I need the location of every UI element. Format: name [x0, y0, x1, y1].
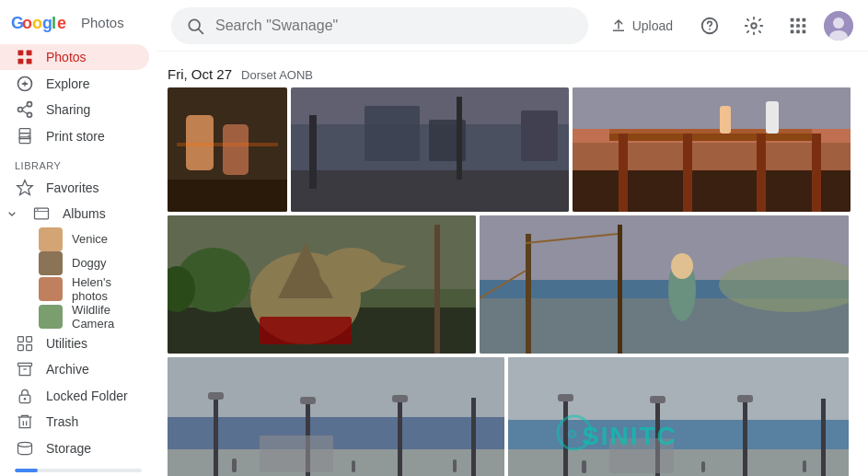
svg-rect-9: [27, 59, 32, 64]
venice-label: Venice: [72, 232, 108, 246]
photo-content: Fri, Oct 27 Dorset AONB: [156, 52, 868, 476]
svg-rect-111: [352, 460, 355, 472]
sidebar-item-albums[interactable]: Albums: [0, 201, 149, 226]
photo-p3[interactable]: [573, 87, 851, 212]
photo-p4-image: [168, 215, 476, 354]
svg-rect-107: [300, 397, 316, 404]
storage-bar-container: [15, 469, 142, 472]
explore-icon: [15, 74, 35, 94]
svg-text:e: e: [57, 14, 66, 32]
location-text: Dorset AONB: [241, 68, 313, 82]
help-button[interactable]: [691, 7, 728, 44]
sidebar-item-archive[interactable]: Archive: [0, 356, 149, 382]
utilities-label: Utilities: [46, 336, 87, 351]
svg-rect-54: [168, 180, 287, 212]
albums-label: Albums: [63, 206, 106, 221]
favorites-label: Favorites: [46, 180, 99, 195]
album-icon: [31, 203, 52, 224]
sidebar-item-explore[interactable]: Explore: [0, 70, 149, 96]
svg-point-33: [18, 442, 32, 447]
photos-label: Photos: [46, 50, 87, 64]
svg-rect-63: [521, 110, 558, 161]
doggy-thumb: [39, 251, 63, 275]
sidebar-item-print-store[interactable]: Print store: [0, 122, 149, 148]
trash-label: Trash: [46, 414, 78, 429]
svg-line-17: [22, 110, 28, 114]
svg-rect-27: [27, 345, 32, 351]
svg-rect-72: [812, 134, 821, 212]
photo-p7-image: SINITC ⚙: [508, 357, 849, 476]
sidebar-item-storage[interactable]: Storage: [0, 435, 149, 461]
sidebar-item-photos[interactable]: Photos: [0, 44, 149, 70]
svg-rect-6: [18, 51, 24, 56]
sidebar-item-sharing[interactable]: Sharing: [0, 97, 149, 122]
photo-p1-image: [168, 87, 287, 212]
search-input[interactable]: [215, 17, 573, 34]
sidebar-item-venice[interactable]: Venice: [0, 227, 156, 251]
library-section-label: LIBRARY: [0, 149, 156, 175]
sidebar-item-utilities[interactable]: Utilities: [0, 331, 149, 356]
help-icon: [700, 16, 720, 36]
photo-p6[interactable]: [168, 357, 504, 476]
svg-rect-67: [609, 134, 812, 141]
svg-rect-74: [720, 106, 731, 134]
svg-rect-69: [619, 134, 628, 212]
svg-rect-122: [650, 396, 665, 403]
photo-p6-image: [168, 357, 504, 476]
topbar: Upload: [156, 0, 868, 52]
sidebar-item-locked-folder[interactable]: Locked Folder: [0, 383, 149, 409]
photo-p7[interactable]: SINITC ⚙: [508, 357, 849, 476]
print-icon: [15, 126, 35, 146]
svg-rect-106: [208, 392, 224, 400]
sidebar-item-trash[interactable]: Trash: [0, 409, 149, 435]
photo-p5-image: [480, 215, 849, 354]
photo-row-1: [168, 87, 857, 212]
svg-rect-120: [821, 399, 826, 476]
svg-rect-73: [573, 87, 851, 129]
svg-rect-104: [398, 397, 402, 476]
svg-text:l: l: [52, 14, 56, 32]
photo-p3-image: [573, 87, 851, 212]
sidebar-item-doggy[interactable]: Doggy: [0, 251, 156, 275]
google-logo: G o o g l e: [11, 11, 74, 33]
svg-rect-24: [18, 336, 24, 342]
photo-p4[interactable]: [168, 215, 476, 354]
svg-rect-40: [796, 17, 800, 21]
settings-button[interactable]: [735, 7, 772, 44]
svg-rect-86: [260, 317, 352, 344]
apps-button[interactable]: [780, 7, 816, 44]
avatar[interactable]: [824, 11, 853, 41]
svg-rect-59: [309, 115, 317, 189]
sidebar-item-wildlife-camera[interactable]: Wildlife Camera: [0, 303, 156, 331]
svg-rect-60: [365, 106, 420, 161]
storage-bar: [15, 469, 142, 472]
sidebar-item-helens-photos[interactable]: Helen's photos: [0, 275, 156, 303]
photo-row-3: SINITC ⚙: [168, 357, 857, 476]
upload-icon: [610, 17, 627, 34]
upload-button[interactable]: Upload: [599, 7, 684, 44]
print-store-label: Print store: [46, 129, 105, 144]
storage-label: Storage: [46, 441, 91, 456]
search-box[interactable]: [171, 7, 588, 44]
sidebar: G o o g l e Photos Photos: [0, 0, 156, 476]
svg-rect-55: [177, 143, 278, 146]
photo-p5[interactable]: [480, 215, 849, 354]
svg-rect-25: [27, 336, 32, 342]
svg-rect-68: [609, 129, 812, 134]
lock-icon: [15, 386, 35, 406]
svg-rect-109: [260, 435, 333, 472]
sidebar-item-favorites[interactable]: Favorites: [0, 175, 149, 201]
svg-point-38: [751, 23, 757, 29]
photo-p1[interactable]: [168, 87, 287, 212]
apps-icon: [788, 16, 808, 36]
wildlife-label: Wildlife Camera: [72, 303, 142, 331]
svg-rect-19: [19, 136, 30, 143]
svg-line-35: [199, 29, 203, 33]
svg-rect-108: [392, 395, 408, 402]
settings-icon: [744, 16, 764, 36]
utilities-icon: [15, 333, 35, 354]
photo-p2[interactable]: [291, 87, 569, 212]
svg-rect-127: [803, 460, 806, 472]
locked-folder-label: Locked Folder: [46, 389, 128, 403]
svg-rect-112: [453, 459, 457, 472]
